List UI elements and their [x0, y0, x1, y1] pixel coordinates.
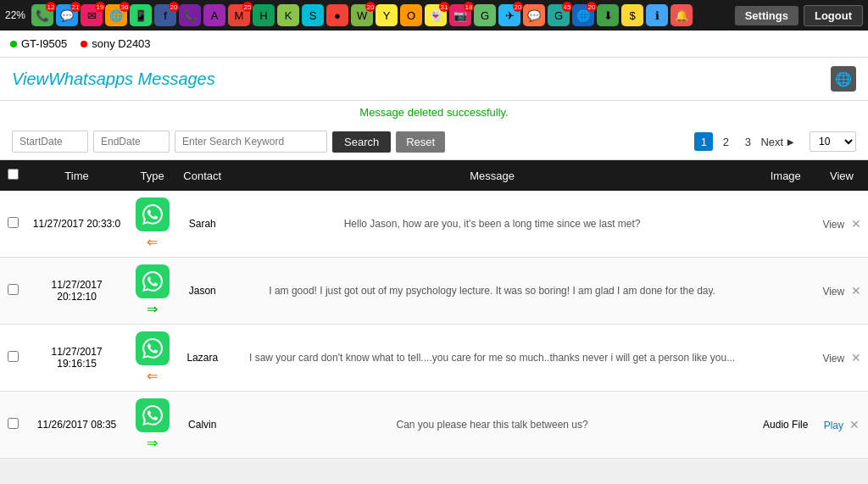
row-checkbox-0[interactable]: [8, 217, 19, 228]
table-row: 11/27/2017 20:33:0 ⇐SarahHello Jason, ho…: [0, 191, 868, 258]
header-checkbox-col: [0, 160, 25, 191]
header-message: Message: [229, 160, 756, 191]
success-message: Message deleted successfully.: [0, 101, 868, 124]
topbar: 22% 📞12💬21✉19🌐36📱f20📞AM25HKS●W20YO👻31📷18…: [0, 0, 868, 31]
cell-view: Play ✕: [815, 392, 868, 459]
cell-type: ⇐: [128, 325, 176, 392]
incoming-arrow-icon: ⇐: [135, 234, 170, 250]
cell-message: Can you please hear this talk between us…: [229, 392, 756, 459]
phone-app-icon[interactable]: 📞12: [31, 4, 53, 26]
dot-green-icon: [10, 41, 17, 47]
delete-button[interactable]: ✕: [851, 351, 861, 364]
page-title-bar: ViewWhatsapps Messages 🌐: [0, 58, 868, 101]
insta-app-icon[interactable]: 📷18: [449, 4, 471, 26]
topbar-right: Settings Logout: [735, 5, 863, 26]
end-date-input[interactable]: [93, 131, 170, 153]
cell-type: ⇒: [128, 258, 176, 325]
search-button[interactable]: Search: [332, 131, 391, 153]
page-2-button[interactable]: 2: [716, 132, 735, 151]
yellow-app-icon[interactable]: Y: [376, 4, 398, 26]
msg2-app-icon[interactable]: 💬: [523, 4, 545, 26]
delete-button[interactable]: ✕: [849, 418, 860, 431]
whatsapp-icon: [136, 398, 170, 432]
row-checkbox-2[interactable]: [8, 351, 19, 362]
next-button[interactable]: Next ►: [760, 136, 796, 148]
mail-app-icon[interactable]: ✉19: [81, 4, 103, 26]
keyword-input[interactable]: [175, 131, 327, 153]
device-tab-sony[interactable]: sony D2403: [81, 37, 150, 50]
whatsapp-icon: [136, 331, 170, 365]
facebook-app-icon[interactable]: f20: [154, 4, 176, 26]
red1-app-icon[interactable]: ●: [326, 4, 348, 26]
cell-contact: Calvin: [176, 392, 229, 459]
header-view: View: [815, 160, 868, 191]
delete-button[interactable]: ✕: [851, 284, 861, 298]
skype-app-icon[interactable]: S: [302, 4, 324, 26]
header-time: Time: [25, 160, 128, 191]
cell-image: [756, 325, 815, 392]
cell-message: I saw your card don't know what to tell.…: [229, 325, 756, 392]
orange-app-icon[interactable]: O: [400, 4, 422, 26]
pagination: 1 2 3 Next ► 10 25 50 100: [694, 131, 856, 152]
settings-button[interactable]: Settings: [735, 6, 798, 25]
table-header: Time Type Contact Message Image View: [0, 160, 868, 191]
page-title: ViewWhatsapps Messages: [12, 70, 215, 89]
cell-view: View ✕: [815, 191, 868, 258]
download-app-icon[interactable]: ⬇: [597, 4, 619, 26]
wechat-app-icon[interactable]: W20: [351, 4, 373, 26]
incoming-arrow-icon: ⇐: [135, 368, 170, 384]
table-row: 11/27/2017 19:16:15 ⇐LazaraI saw your ca…: [0, 325, 868, 392]
snap-app-icon[interactable]: 👻31: [425, 4, 447, 26]
header-image: Image: [756, 160, 815, 191]
row-checkbox-1[interactable]: [8, 284, 19, 295]
messages-table: Time Type Contact Message Image View 11/…: [0, 160, 868, 459]
table-row: 11/27/2017 20:12:10 ⇒JasonI am good! I j…: [0, 258, 868, 325]
info-app-icon[interactable]: ℹ: [646, 4, 668, 26]
chrome-app-icon[interactable]: 🌐36: [105, 4, 127, 26]
logout-button[interactable]: Logout: [804, 5, 863, 26]
whatsapp-app-icon[interactable]: 📱: [130, 4, 152, 26]
cell-image: [756, 191, 815, 258]
battery-indicator: 22%: [5, 9, 25, 21]
page-1-button[interactable]: 1: [694, 132, 713, 151]
page-3-button[interactable]: 3: [738, 132, 757, 151]
kik-app-icon[interactable]: K: [277, 4, 299, 26]
table-row: 11/26/2017 08:35 ⇒CalvinCan you please h…: [0, 392, 868, 459]
next-arrow-icon: ►: [785, 136, 796, 148]
cell-time: 11/27/2017 20:12:10: [25, 258, 128, 325]
hangout-app-icon[interactable]: H: [253, 4, 275, 26]
view-link[interactable]: View: [822, 353, 844, 364]
green3-app-icon[interactable]: G45: [548, 4, 570, 26]
gmail-app-icon[interactable]: M25: [228, 4, 250, 26]
cell-type: ⇐: [128, 191, 176, 258]
start-date-input[interactable]: [12, 131, 88, 153]
select-all-checkbox[interactable]: [8, 169, 19, 180]
viber-app-icon[interactable]: 📞: [179, 4, 201, 26]
row-checkbox-3[interactable]: [8, 418, 19, 429]
cell-view: View ✕: [815, 325, 868, 392]
play-link[interactable]: Play: [824, 420, 843, 431]
cell-contact: Jason: [176, 258, 229, 325]
view-link[interactable]: View: [822, 219, 844, 231]
reset-button[interactable]: Reset: [396, 131, 445, 153]
bell-app-icon[interactable]: 🔔: [670, 4, 693, 26]
cell-time: 11/27/2017 20:33:0: [25, 191, 128, 258]
view-link[interactable]: View: [822, 286, 844, 298]
telegram-app-icon[interactable]: ✈20: [498, 4, 520, 26]
per-page-select[interactable]: 10 25 50 100: [810, 131, 856, 152]
device-tab-gt[interactable]: GT-I9505: [10, 37, 67, 50]
whatsapp-icon: [136, 197, 170, 231]
sms-app-icon[interactable]: 💬21: [56, 4, 78, 26]
globe-button[interactable]: 🌐: [831, 66, 856, 92]
cell-time: 11/27/2017 19:16:15: [25, 325, 128, 392]
dollar-app-icon[interactable]: $: [621, 4, 643, 26]
table-container: Time Type Contact Message Image View 11/…: [0, 160, 868, 459]
device-gt-label: GT-I9505: [21, 37, 67, 50]
globe-app-icon[interactable]: 🌐20: [572, 4, 594, 26]
cell-message: I am good! I just got out of my psycholo…: [229, 258, 756, 325]
green2-app-icon[interactable]: G: [474, 4, 496, 26]
delete-button[interactable]: ✕: [851, 217, 861, 231]
device-tabs: GT-I9505 sony D2403: [0, 31, 868, 58]
device-sony-label: sony D2403: [92, 37, 150, 50]
alpha-app-icon[interactable]: A: [203, 4, 225, 26]
